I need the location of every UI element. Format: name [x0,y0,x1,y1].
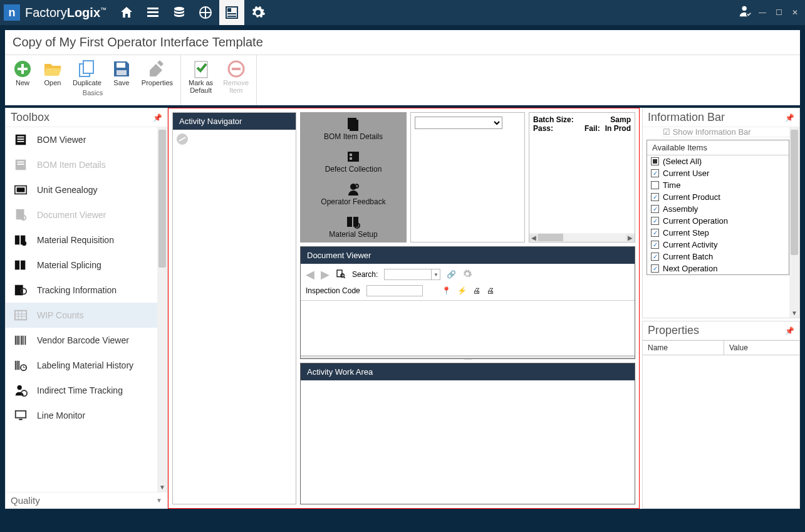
toolbox-item-label: Labeling Material History [37,360,133,370]
search-input[interactable]: ▼ [384,269,440,280]
nav-globe-icon[interactable] [193,0,218,25]
available-item-row[interactable]: (Select All) [647,155,789,167]
checkbox[interactable] [651,229,659,237]
nav-home-icon[interactable] [114,0,139,25]
print-icon[interactable]: 🖨 [473,286,480,295]
toolbox-item[interactable]: Indirect Time Tracking [6,378,157,403]
available-item-row[interactable]: Assembly [647,203,789,215]
drop-target-item[interactable]: Material Setup [300,210,407,243]
pin-icon[interactable]: 📌 [153,113,162,122]
nav-settings-icon[interactable] [246,0,271,25]
toolbox-item[interactable]: BOM Viewer [6,127,157,152]
nav-back-icon[interactable]: ◀ [306,268,314,281]
checkbox[interactable] [651,241,659,249]
checkbox[interactable] [651,169,659,177]
drop-target-list[interactable]: BOM Item DetailsDefect CollectionOperato… [300,112,407,243]
toolbox-item[interactable]: Labeling Material History [6,353,157,378]
document-viewer-pane[interactable]: Document Viewer ◀ ▶ Search: ▼ 🔗 Inspecti… [300,246,635,359]
svg-rect-16 [18,137,24,138]
duplicate-button[interactable]: Duplicate [69,58,105,88]
drop-target-item[interactable]: Defect Collection [300,145,407,177]
print2-icon[interactable]: 🖨 [487,286,494,295]
window-minimize[interactable]: — [756,6,769,19]
information-bar-panel: Information Bar📌 ☑ Show Information Bar … [642,108,800,318]
available-item-label: Current Activity [663,240,717,249]
checkbox[interactable] [651,157,659,165]
available-item-label: Time [663,180,680,190]
user-icon[interactable] [739,4,752,21]
toolbox-item[interactable]: Material Requisition [6,227,157,253]
nav-template-icon[interactable] [219,0,244,25]
pin-icon[interactable]: 📌 [785,326,794,335]
gear-icon[interactable] [462,269,472,281]
toolbox-item[interactable]: Material Splicing [6,253,157,278]
toolbox-item-label: BOM Viewer [37,135,86,145]
activity-work-area-title: Activity Work Area [301,363,635,380]
mark-default-button[interactable]: Mark asDefault [185,58,217,95]
svg-rect-38 [19,419,23,420]
toolbox-group-quality[interactable]: Quality▼ [6,492,167,508]
properties-button[interactable]: Properties [138,58,177,88]
toolbox-item[interactable]: Tracking Information [6,278,157,303]
drop-target-item[interactable]: Operator Feedback [300,177,407,210]
toolbox-panel: Toolbox📌 BOM ViewerBOM Item DetailsUnit … [5,108,168,509]
window-restore[interactable]: ☐ [772,6,785,19]
nav-list-icon[interactable] [140,0,165,25]
available-item-row[interactable]: Current Batch [647,251,789,263]
toolbox-item[interactable]: Line Monitor [6,403,157,428]
toolbox-scrollbar[interactable]: ▲▼ [157,127,167,492]
nav-forward-icon[interactable]: ▶ [321,268,330,281]
svg-rect-40 [350,120,358,131]
toolbox-item-icon [12,132,29,147]
svg-rect-21 [18,164,24,165]
toolbox-item-label: WIP Counts [37,310,83,320]
remove-item-button: RemoveItem [219,58,252,95]
infobar-scrollbar[interactable]: ▲▼ [789,127,799,318]
open-button[interactable]: Open [39,58,66,88]
available-item-row[interactable]: Next Operation [647,263,789,274]
svg-rect-33 [15,311,26,320]
activity-work-area-pane[interactable]: Activity Work Area [300,363,635,504]
design-canvas[interactable]: Activity Navigator BOM Item DetailsDefec… [168,108,640,509]
toolbox-item-icon [12,207,29,222]
doc-search-icon[interactable] [336,269,346,281]
checkbox[interactable] [651,264,659,273]
pin-icon[interactable]: 📌 [785,113,794,122]
window-close[interactable]: ✕ [789,6,801,19]
available-item-row[interactable]: Current Step [647,227,789,239]
checkbox[interactable] [651,205,659,213]
drop-target-item[interactable]: BOM Item Details [300,112,407,145]
checkbox[interactable] [651,253,659,261]
checkbox[interactable] [651,217,659,225]
link-icon[interactable]: 🔗 [447,270,456,279]
available-item-row[interactable]: Current Operation [647,215,789,227]
new-button[interactable]: New [9,58,36,88]
checkbox[interactable] [651,193,659,201]
toolbox-item[interactable]: Vendor Barcode Viewer [6,328,157,353]
show-information-bar-row[interactable]: ☑ Show Information Bar [663,127,789,137]
available-item-label: (Select All) [663,157,702,166]
measure-icon[interactable]: 📍 [442,286,451,295]
available-item-row[interactable]: Current Product [647,191,789,203]
available-item-row[interactable]: Current Activity [647,239,789,251]
nav-db-icon[interactable] [167,0,192,25]
available-item-row[interactable]: Time [647,179,789,191]
brand-label: FactoryLogix™ [25,6,106,20]
available-item-row[interactable]: Current User [647,167,789,179]
dropdown-pane[interactable] [410,112,525,243]
batch-hscroll[interactable]: ◀▶ [529,233,635,242]
toolbox-item: BOM Item Details [6,152,157,177]
svg-point-44 [350,184,356,190]
activity-navigator-pane[interactable]: Activity Navigator [172,112,296,504]
checkbox[interactable] [651,181,659,189]
drop-item-icon [344,149,363,165]
svg-rect-37 [16,411,26,418]
svg-point-28 [22,241,26,246]
defect-icon[interactable]: ⚡ [457,286,467,295]
batch-info-pane[interactable]: Batch Size:Samp Pass:Fail:In Prod ◀▶ [529,112,635,243]
inspection-code-input[interactable] [366,285,423,296]
toolbox-item[interactable]: Unit Genealogy [6,177,157,202]
splitter[interactable]: ⋯⋯ [301,356,635,358]
pane-dropdown[interactable] [415,117,502,129]
save-button[interactable]: Save [108,58,135,88]
